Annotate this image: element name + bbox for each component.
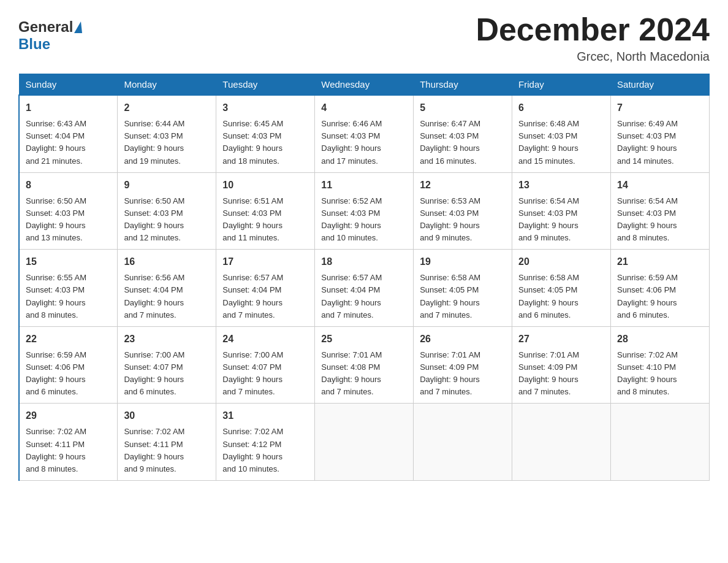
col-tuesday: Tuesday <box>216 74 315 96</box>
day-info: Sunrise: 7:01 AMSunset: 4:08 PMDaylight:… <box>321 349 407 399</box>
calendar-day-cell <box>315 404 414 481</box>
calendar-day-cell: 18Sunrise: 6:57 AMSunset: 4:04 PMDayligh… <box>315 250 414 327</box>
col-friday: Friday <box>512 74 611 96</box>
calendar-day-cell: 13Sunrise: 6:54 AMSunset: 4:03 PMDayligh… <box>512 172 611 250</box>
calendar-day-cell: 6Sunrise: 6:48 AMSunset: 4:03 PMDaylight… <box>512 95 611 172</box>
day-number: 3 <box>222 101 308 115</box>
logo-triangle-icon <box>74 21 82 33</box>
calendar-day-cell: 9Sunrise: 6:50 AMSunset: 4:03 PMDaylight… <box>118 172 216 250</box>
day-number: 30 <box>124 408 210 423</box>
day-number: 17 <box>222 255 308 269</box>
calendar-day-cell: 17Sunrise: 6:57 AMSunset: 4:04 PMDayligh… <box>216 250 315 327</box>
day-number: 9 <box>124 178 210 193</box>
calendar-day-cell: 29Sunrise: 7:02 AMSunset: 4:11 PMDayligh… <box>19 404 118 481</box>
location-title: Grcec, North Macedonia <box>476 50 710 64</box>
day-number: 7 <box>617 101 703 115</box>
calendar-day-cell: 8Sunrise: 6:50 AMSunset: 4:03 PMDaylight… <box>19 172 118 250</box>
day-info: Sunrise: 6:59 AMSunset: 4:06 PMDaylight:… <box>26 349 111 399</box>
calendar-day-cell <box>414 404 512 481</box>
calendar-week-row: 22Sunrise: 6:59 AMSunset: 4:06 PMDayligh… <box>19 326 710 404</box>
day-number: 10 <box>222 178 308 193</box>
day-number: 16 <box>124 255 210 269</box>
day-number: 6 <box>518 101 604 115</box>
day-info: Sunrise: 6:50 AMSunset: 4:03 PMDaylight:… <box>124 195 210 245</box>
calendar-day-cell: 15Sunrise: 6:55 AMSunset: 4:03 PMDayligh… <box>19 250 118 327</box>
calendar-day-cell: 19Sunrise: 6:58 AMSunset: 4:05 PMDayligh… <box>414 250 512 327</box>
day-info: Sunrise: 6:58 AMSunset: 4:05 PMDaylight:… <box>518 272 604 321</box>
day-info: Sunrise: 6:45 AMSunset: 4:03 PMDaylight:… <box>222 118 308 167</box>
day-info: Sunrise: 7:02 AMSunset: 4:10 PMDaylight:… <box>617 349 703 399</box>
calendar-day-cell <box>611 404 710 481</box>
day-info: Sunrise: 7:01 AMSunset: 4:09 PMDaylight:… <box>420 349 506 399</box>
logo-general-text: General <box>18 18 73 36</box>
page-header: General Blue December 2024 Grcec, North … <box>18 12 710 64</box>
day-info: Sunrise: 6:44 AMSunset: 4:03 PMDaylight:… <box>124 118 210 167</box>
col-monday: Monday <box>118 74 216 96</box>
calendar-day-cell: 26Sunrise: 7:01 AMSunset: 4:09 PMDayligh… <box>414 326 512 404</box>
calendar-table: Sunday Monday Tuesday Wednesday Thursday… <box>18 74 710 481</box>
day-info: Sunrise: 6:51 AMSunset: 4:03 PMDaylight:… <box>222 195 308 245</box>
calendar-header-row: Sunday Monday Tuesday Wednesday Thursday… <box>19 74 710 96</box>
month-title: December 2024 <box>476 12 710 47</box>
col-sunday: Sunday <box>19 74 118 96</box>
day-number: 5 <box>420 101 506 115</box>
day-number: 11 <box>321 178 407 193</box>
day-number: 14 <box>617 178 703 193</box>
day-info: Sunrise: 6:59 AMSunset: 4:06 PMDaylight:… <box>617 272 703 321</box>
day-number: 1 <box>26 101 111 115</box>
calendar-week-row: 15Sunrise: 6:55 AMSunset: 4:03 PMDayligh… <box>19 250 710 327</box>
calendar-day-cell: 20Sunrise: 6:58 AMSunset: 4:05 PMDayligh… <box>512 250 611 327</box>
day-number: 25 <box>321 332 407 347</box>
day-info: Sunrise: 6:43 AMSunset: 4:04 PMDaylight:… <box>26 118 111 167</box>
calendar-day-cell: 23Sunrise: 7:00 AMSunset: 4:07 PMDayligh… <box>118 326 216 404</box>
day-number: 20 <box>518 255 604 269</box>
day-info: Sunrise: 7:02 AMSunset: 4:11 PMDaylight:… <box>26 426 111 475</box>
calendar-day-cell: 28Sunrise: 7:02 AMSunset: 4:10 PMDayligh… <box>611 326 710 404</box>
day-number: 18 <box>321 255 407 269</box>
day-info: Sunrise: 6:57 AMSunset: 4:04 PMDaylight:… <box>222 272 308 321</box>
col-saturday: Saturday <box>611 74 710 96</box>
calendar-day-cell: 3Sunrise: 6:45 AMSunset: 4:03 PMDaylight… <box>216 95 315 172</box>
col-thursday: Thursday <box>414 74 512 96</box>
day-info: Sunrise: 6:49 AMSunset: 4:03 PMDaylight:… <box>617 118 703 167</box>
day-number: 24 <box>222 332 308 347</box>
calendar-day-cell: 1Sunrise: 6:43 AMSunset: 4:04 PMDaylight… <box>19 95 118 172</box>
day-info: Sunrise: 6:48 AMSunset: 4:03 PMDaylight:… <box>518 118 604 167</box>
calendar-day-cell: 10Sunrise: 6:51 AMSunset: 4:03 PMDayligh… <box>216 172 315 250</box>
calendar-day-cell: 24Sunrise: 7:00 AMSunset: 4:07 PMDayligh… <box>216 326 315 404</box>
calendar-week-row: 8Sunrise: 6:50 AMSunset: 4:03 PMDaylight… <box>19 172 710 250</box>
day-info: Sunrise: 6:47 AMSunset: 4:03 PMDaylight:… <box>420 118 506 167</box>
day-number: 13 <box>518 178 604 193</box>
day-number: 29 <box>26 408 111 423</box>
day-number: 26 <box>420 332 506 347</box>
day-info: Sunrise: 6:50 AMSunset: 4:03 PMDaylight:… <box>26 195 111 245</box>
day-number: 2 <box>124 101 210 115</box>
day-number: 8 <box>26 178 111 193</box>
calendar-day-cell <box>512 404 611 481</box>
day-number: 27 <box>518 332 604 347</box>
calendar-day-cell: 4Sunrise: 6:46 AMSunset: 4:03 PMDaylight… <box>315 95 414 172</box>
day-info: Sunrise: 6:58 AMSunset: 4:05 PMDaylight:… <box>420 272 506 321</box>
logo-blue-text: Blue <box>18 36 50 52</box>
col-wednesday: Wednesday <box>315 74 414 96</box>
day-info: Sunrise: 7:01 AMSunset: 4:09 PMDaylight:… <box>518 349 604 399</box>
day-info: Sunrise: 6:56 AMSunset: 4:04 PMDaylight:… <box>124 272 210 321</box>
day-number: 15 <box>26 255 111 269</box>
calendar-day-cell: 30Sunrise: 7:02 AMSunset: 4:11 PMDayligh… <box>118 404 216 481</box>
day-info: Sunrise: 6:46 AMSunset: 4:03 PMDaylight:… <box>321 118 407 167</box>
day-info: Sunrise: 7:00 AMSunset: 4:07 PMDaylight:… <box>222 349 308 399</box>
day-info: Sunrise: 7:02 AMSunset: 4:12 PMDaylight:… <box>222 426 308 475</box>
calendar-day-cell: 5Sunrise: 6:47 AMSunset: 4:03 PMDaylight… <box>414 95 512 172</box>
day-info: Sunrise: 7:02 AMSunset: 4:11 PMDaylight:… <box>124 426 210 475</box>
calendar-day-cell: 27Sunrise: 7:01 AMSunset: 4:09 PMDayligh… <box>512 326 611 404</box>
day-number: 28 <box>617 332 703 347</box>
day-info: Sunrise: 6:55 AMSunset: 4:03 PMDaylight:… <box>26 272 111 321</box>
logo: General Blue <box>18 18 83 53</box>
day-info: Sunrise: 6:57 AMSunset: 4:04 PMDaylight:… <box>321 272 407 321</box>
day-info: Sunrise: 6:53 AMSunset: 4:03 PMDaylight:… <box>420 195 506 245</box>
day-number: 12 <box>420 178 506 193</box>
day-number: 19 <box>420 255 506 269</box>
calendar-day-cell: 16Sunrise: 6:56 AMSunset: 4:04 PMDayligh… <box>118 250 216 327</box>
calendar-day-cell: 2Sunrise: 6:44 AMSunset: 4:03 PMDaylight… <box>118 95 216 172</box>
day-number: 4 <box>321 101 407 115</box>
